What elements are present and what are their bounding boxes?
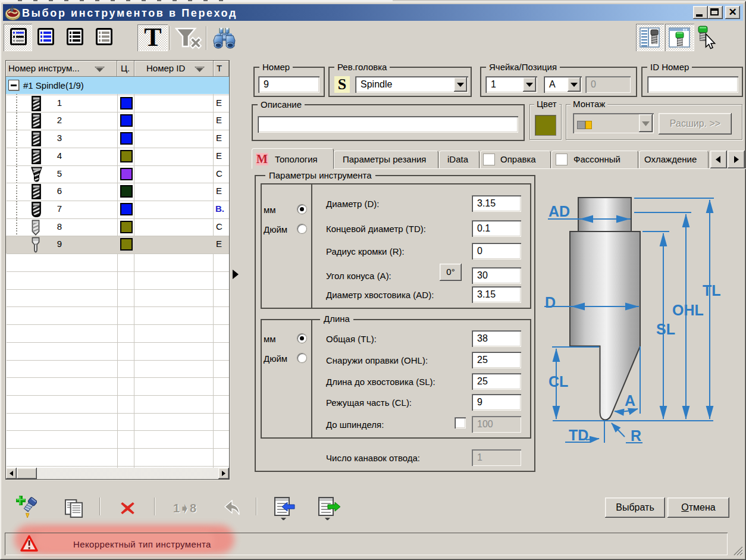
svg-text:AD: AD bbox=[548, 203, 570, 220]
svg-text:SL: SL bbox=[656, 321, 675, 337]
svg-text:OHL: OHL bbox=[672, 302, 704, 318]
svg-text:A: A bbox=[625, 392, 635, 409]
svg-text:D: D bbox=[545, 294, 556, 311]
svg-text:TL: TL bbox=[703, 282, 721, 299]
svg-text:R: R bbox=[631, 427, 641, 444]
svg-text:CL: CL bbox=[548, 373, 568, 390]
svg-text:TD: TD bbox=[569, 427, 588, 443]
